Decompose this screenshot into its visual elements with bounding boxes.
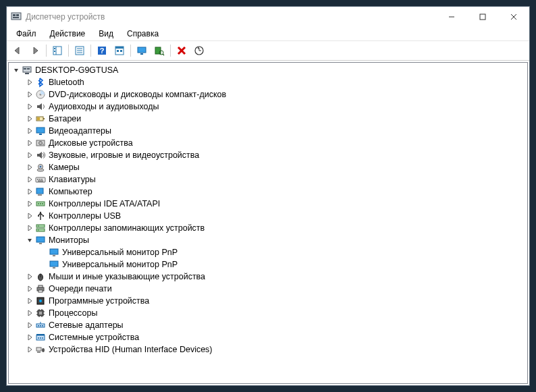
properties-button[interactable] [72,43,88,59]
svg-rect-91 [42,325,43,327]
chevron-right-icon[interactable] [25,308,34,318]
tree-item[interactable]: Батареи [9,113,527,125]
update-driver-button[interactable] [191,43,207,59]
tree-item[interactable]: DVD-дисководы и дисководы компакт-дисков [9,88,527,101]
battery-icon [35,113,46,124]
chevron-right-icon[interactable] [25,187,34,196]
svg-rect-90 [40,325,41,327]
chevron-right-icon[interactable] [25,78,34,87]
app-view-button[interactable] [111,43,128,59]
tree-item[interactable]: Мыши и иные указывающие устройства [9,271,527,283]
tree-leaf[interactable]: Универсальный монитор PnP [9,258,527,271]
tree-item[interactable]: Сетевые адаптеры [9,319,527,331]
tree-item[interactable]: Клавиатуры [9,173,527,186]
tree-item[interactable]: Камеры [9,161,527,173]
menu-file[interactable]: Файл [9,28,43,40]
tree-root-label: DESKTOP-G9GTUSA [34,65,118,75]
show-hide-tree-button[interactable] [49,43,65,59]
titlebar: Диспетчер устройств [7,7,529,27]
svg-point-46 [40,166,42,168]
svg-point-58 [40,212,41,213]
chevron-right-icon[interactable] [25,345,34,354]
svg-rect-50 [41,179,43,180]
chevron-right-icon[interactable] [25,138,34,148]
svg-rect-49 [39,179,41,180]
tree-item-label: Камеры [48,163,80,172]
tree-item[interactable]: Контроллеры запоминающих устройств [9,222,527,234]
svg-rect-59 [38,215,39,217]
tree-item[interactable]: Видеоадаптеры [9,125,527,137]
tree-leaf[interactable]: Универсальный монитор PnP [9,246,527,258]
chevron-right-icon[interactable] [25,90,34,99]
svg-point-63 [38,225,39,227]
chevron-right-icon[interactable] [25,211,34,221]
scan-hardware-button[interactable] [151,43,167,59]
minimize-button[interactable] [436,7,467,27]
tree-item-label: Очереди печати [48,284,112,293]
chevron-down-icon[interactable] [11,65,21,75]
svg-rect-52 [36,188,43,194]
svg-rect-70 [53,267,55,269]
tree-item[interactable]: Программные устройства [9,295,527,307]
tree-item[interactable]: Процессоры [9,307,527,319]
chevron-right-icon[interactable] [25,199,34,208]
chevron-right-icon[interactable] [25,272,34,281]
tree-item[interactable]: Компьютер [9,186,527,198]
svg-rect-98 [36,347,41,351]
disc-icon [35,89,46,100]
device-tree[interactable]: DESKTOP-G9GTUSA Bluetooth DVD-дисководы … [8,62,528,384]
tree-item-label: Мониторы [48,235,89,245]
forward-button[interactable] [27,43,43,59]
svg-rect-67 [50,249,58,254]
menu-help[interactable]: Справка [120,28,165,40]
chevron-right-icon[interactable] [25,175,34,184]
tree-root[interactable]: DESKTOP-G9GTUSA [9,64,527,76]
toolbar-separator [130,45,131,57]
tree-leaf-label: Универсальный монитор PnP [61,248,178,257]
tree-item[interactable]: Очереди печати [9,283,527,295]
chevron-right-icon[interactable] [25,333,34,342]
chevron-right-icon[interactable] [25,223,34,233]
menu-action[interactable]: Действие [43,28,92,40]
chevron-right-icon[interactable] [25,163,34,172]
chevron-down-icon[interactable] [25,235,34,245]
chevron-right-icon[interactable] [25,284,34,293]
help-button[interactable]: ? [94,43,110,59]
keyboard-icon [35,174,46,185]
chevron-right-icon[interactable] [25,296,34,306]
svg-rect-61 [36,225,45,227]
svg-rect-5 [480,14,485,20]
chevron-right-icon[interactable] [25,150,34,160]
back-button[interactable] [9,43,26,59]
uninstall-button[interactable] [173,43,190,59]
chevron-right-icon[interactable] [25,114,34,123]
storage-ctl-icon [35,223,46,233]
menu-view[interactable]: Вид [92,28,120,40]
chevron-right-icon[interactable] [25,320,34,330]
tree-item[interactable]: Мониторы [9,234,527,246]
tree-item[interactable]: Системные устройства [9,331,527,343]
close-button[interactable] [498,7,529,27]
maximize-button[interactable] [467,7,498,27]
audio-io-icon [35,101,46,112]
tree-item[interactable]: Устройства HID (Human Interface Devices) [9,343,527,356]
tree-item[interactable]: Контроллеры USB [9,210,527,222]
disk-icon [35,138,46,148]
tree-item-label: Системные устройства [48,333,139,342]
chevron-right-icon[interactable] [25,126,34,136]
svg-rect-19 [115,47,124,49]
tree-item[interactable]: Звуковые, игровые и видеоустройства [9,149,527,161]
tree-item[interactable]: Bluetooth [9,76,527,88]
tree-item-label: Сетевые адаптеры [48,320,124,330]
svg-rect-38 [37,117,40,120]
toolbar-separator [170,45,171,57]
chevron-right-icon[interactable] [25,102,34,111]
tree-item[interactable]: Контроллеры IDE ATA/ATAPI [9,198,527,210]
tree-item[interactable]: Дисковые устройства [9,137,527,149]
display-button[interactable] [134,43,150,59]
bluetooth-icon [35,77,46,88]
svg-rect-75 [38,290,43,292]
tree-item[interactable]: Аудиовходы и аудиовыходы [9,101,527,113]
tree-item-label: Дисковые устройства [48,138,133,148]
svg-rect-89 [38,325,39,327]
